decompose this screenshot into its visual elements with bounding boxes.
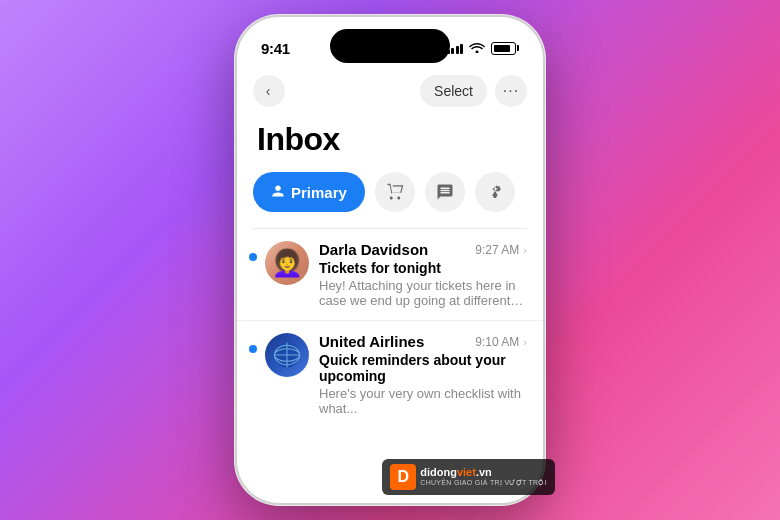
person-icon <box>271 184 285 201</box>
watermark: D didongviet.vn CHUYÊN GIAO GIÁ TRỊ VƯỢT… <box>382 459 555 495</box>
chevron-right-icon-2: › <box>523 336 527 348</box>
more-button[interactable]: ··· <box>495 75 527 107</box>
inbox-title: Inbox <box>237 115 543 172</box>
phone-screen: 9:41 <box>237 17 543 503</box>
category-tabs: Primary <box>237 172 543 228</box>
email-header-united: United Airlines 9:10 AM › <box>319 333 527 350</box>
email-subject-darla: Tickets for tonight <box>319 260 527 276</box>
battery-icon <box>491 42 519 55</box>
email-header-darla: Darla Davidson 9:27 AM › <box>319 241 527 258</box>
select-button[interactable]: Select <box>420 75 487 107</box>
dynamic-island <box>330 29 450 63</box>
email-preview-darla: Hey! Attaching your tickets here in case… <box>319 278 527 308</box>
avatar-darla: 👩‍🦱 <box>265 241 309 285</box>
email-sender-united: United Airlines <box>319 333 424 350</box>
email-preview-united: Here's your very own checklist with what… <box>319 386 527 416</box>
email-item-united[interactable]: United Airlines 9:10 AM › Quick reminder… <box>237 321 543 428</box>
avatar-united <box>265 333 309 377</box>
nav-bar: ‹ Select ··· <box>237 71 543 115</box>
nav-actions: Select ··· <box>420 75 527 107</box>
tab-promotions[interactable] <box>475 172 515 212</box>
status-time: 9:41 <box>261 40 290 57</box>
phone-wrapper: 9:41 <box>235 15 545 505</box>
email-sender-darla: Darla Davidson <box>319 241 428 258</box>
unread-indicator <box>249 253 257 261</box>
email-list: 👩‍🦱 Darla Davidson 9:27 AM › Tickets for… <box>237 229 543 428</box>
tab-shopping[interactable] <box>375 172 415 212</box>
primary-tab-label: Primary <box>291 184 347 201</box>
email-time-united: 9:10 AM › <box>475 335 527 349</box>
email-content-united: United Airlines 9:10 AM › Quick reminder… <box>319 333 527 416</box>
watermark-text: didongviet.vn CHUYÊN GIAO GIÁ TRỊ VƯỢT T… <box>420 466 547 488</box>
tab-primary[interactable]: Primary <box>253 172 365 212</box>
email-time-darla: 9:27 AM › <box>475 243 527 257</box>
email-item-darla[interactable]: 👩‍🦱 Darla Davidson 9:27 AM › Tickets for… <box>237 229 543 321</box>
phone-frame: 9:41 <box>235 15 545 505</box>
back-button[interactable]: ‹ <box>253 75 285 107</box>
watermark-logo: D <box>390 464 416 490</box>
chevron-right-icon: › <box>523 244 527 256</box>
wifi-icon <box>469 41 485 56</box>
back-chevron-icon: ‹ <box>266 83 271 99</box>
status-icons <box>447 41 520 56</box>
unread-indicator-united <box>249 345 257 353</box>
tab-social[interactable] <box>425 172 465 212</box>
email-content-darla: Darla Davidson 9:27 AM › Tickets for ton… <box>319 241 527 308</box>
email-subject-united: Quick reminders about your upcoming <box>319 352 527 384</box>
